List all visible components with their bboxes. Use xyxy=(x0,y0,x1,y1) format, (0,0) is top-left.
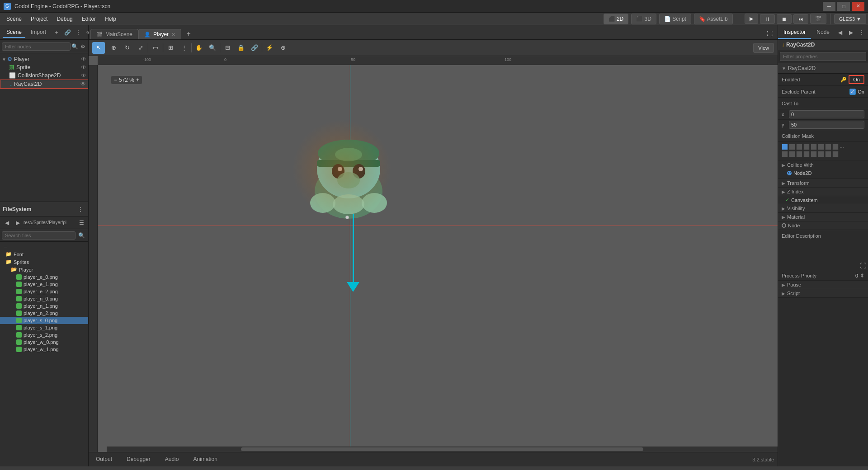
select-tool[interactable]: ↖ xyxy=(92,42,105,54)
move-tool[interactable]: ⊕ xyxy=(107,42,120,54)
fs-item-player-w-1[interactable]: player_w_1.png xyxy=(0,346,88,353)
movie-button[interactable]: 🎬 xyxy=(810,14,826,24)
fs-search-icon[interactable]: 🔍 xyxy=(76,230,86,240)
tab-3d[interactable]: ⬛ 3D xyxy=(631,14,656,24)
pause-section-header[interactable]: ▶ Pause xyxy=(778,281,868,289)
maximize-button[interactable]: □ xyxy=(837,2,850,11)
fs-item-player-s-2[interactable]: player_s_2.png xyxy=(0,331,88,338)
grid-snap-tool[interactable]: ⊟ xyxy=(221,42,234,54)
tree-item-collision[interactable]: ⬜ CollisionShape2D 👁 xyxy=(0,71,88,80)
enabled-value-text[interactable]: On xyxy=(849,75,864,84)
mask-more-indicator[interactable]: … xyxy=(840,144,844,150)
visibility-section-header[interactable]: ▶ Visibility xyxy=(778,204,868,213)
mask-cell-1-7[interactable] xyxy=(825,144,831,150)
fs-item-font[interactable]: 📁 Font xyxy=(0,250,88,258)
fs-item-player-n-1[interactable]: player_n_1.png xyxy=(0,302,88,310)
menu-help[interactable]: Help xyxy=(100,14,121,24)
mask-cell-2-7[interactable] xyxy=(825,151,831,157)
editor-tab-player[interactable]: 👤 Player ✕ xyxy=(138,29,181,39)
fs-item-player-folder[interactable]: 📂 Player xyxy=(0,266,88,273)
minimize-button[interactable]: ─ xyxy=(823,2,835,11)
lock-tool[interactable]: 🔒 xyxy=(235,42,247,54)
inspector-tab-inspector[interactable]: Inspector xyxy=(778,26,811,39)
fs-item-player-s-1[interactable]: player_s_1.png xyxy=(0,324,88,331)
collide-radio-node2d[interactable] xyxy=(787,171,792,175)
material-section-header[interactable]: ▶ Material xyxy=(778,213,868,221)
inspector-back-button[interactable]: ◀ xyxy=(835,28,845,38)
editor-tab-mainscene[interactable]: 🎬 MainScene xyxy=(90,29,138,39)
rotate-tool[interactable]: ↻ xyxy=(121,42,133,54)
transform-section-header[interactable]: ▶ Transform xyxy=(778,179,868,188)
group-tool[interactable]: 🔗 xyxy=(248,42,261,54)
zoom-minus[interactable]: − xyxy=(114,77,117,83)
tree-item-player[interactable]: ▼ ⚙ Player 👁 xyxy=(0,55,88,63)
canvas-scrollbar-horizontal[interactable] xyxy=(107,446,778,452)
cast-y-input[interactable] xyxy=(789,121,864,129)
tab-2d[interactable]: ⬛ 2D xyxy=(604,14,629,24)
menu-scene[interactable]: Scene xyxy=(2,14,26,24)
scene-config-btn[interactable]: ⚙ xyxy=(80,42,87,52)
rect-tool[interactable]: ▭ xyxy=(149,42,162,54)
mask-cell-2-1[interactable] xyxy=(782,151,788,157)
menu-debug[interactable]: Debug xyxy=(52,14,77,24)
stop-button[interactable]: ⏹ xyxy=(777,14,792,24)
cast-x-input[interactable] xyxy=(789,110,864,118)
fs-item-player-e-1[interactable]: player_e_1.png xyxy=(0,281,88,288)
fs-item-player-w-0[interactable]: player_w_0.png xyxy=(0,338,88,346)
process-expand-icon[interactable]: ⬍ xyxy=(860,273,864,279)
fs-item-player-e-2[interactable]: player_e_2.png xyxy=(0,288,88,295)
add-tab-button[interactable]: + xyxy=(183,28,194,39)
tree-item-raycast[interactable]: ↓ RayCast2D 👁 xyxy=(0,80,88,89)
extra-tool[interactable]: ⊕ xyxy=(277,42,289,54)
menu-editor[interactable]: Editor xyxy=(77,14,100,24)
player-visibility-icon[interactable]: 👁 xyxy=(81,56,86,62)
tab-import[interactable]: Import xyxy=(27,27,50,38)
scene-search-input[interactable] xyxy=(2,42,71,51)
menu-project[interactable]: Project xyxy=(26,14,52,24)
fs-forward-button[interactable]: ▶ xyxy=(13,218,23,228)
tab-scene[interactable]: Scene xyxy=(3,27,25,38)
search-icon-btn[interactable]: 🔍 xyxy=(71,42,79,52)
fs-item-player-e-0[interactable]: player_e_0.png xyxy=(0,273,88,281)
bone-tool[interactable]: ⚡ xyxy=(263,42,276,54)
fs-item-sprites[interactable]: 📁 Sprites xyxy=(0,258,88,266)
exclude-parent-checkbox[interactable]: ✓ xyxy=(849,89,856,95)
fs-item-player-n-2[interactable]: player_n_2.png xyxy=(0,310,88,317)
mask-cell-2-4[interactable] xyxy=(803,151,810,157)
fs-item-player-s-0[interactable]: player_s_0.png xyxy=(0,317,88,324)
pause-button[interactable]: ⏸ xyxy=(760,14,775,24)
tree-item-sprite[interactable]: 🖼 Sprite 👁 xyxy=(0,63,88,71)
fs-item-player-n-0[interactable]: player_n_0.png xyxy=(0,295,88,302)
inspector-forward-button[interactable]: ▶ xyxy=(846,28,856,38)
horizontal-scrollbar-thumb[interactable] xyxy=(241,447,643,451)
options-button[interactable]: ⋮ xyxy=(73,28,83,38)
script-section-header[interactable]: ▶ Script xyxy=(778,289,868,298)
mask-cell-2-8[interactable] xyxy=(832,151,839,157)
tab-debugger[interactable]: Debugger xyxy=(123,454,154,465)
pan-tool[interactable]: ✋ xyxy=(193,42,205,54)
inspector-history-button[interactable]: ⋮ xyxy=(857,28,867,38)
link-button[interactable]: 🔗 xyxy=(62,28,72,38)
inspector-raycast-header[interactable]: ▼ RayCast2D xyxy=(778,63,868,74)
fullscreen-button[interactable]: ⛶ xyxy=(763,28,776,39)
tab-output[interactable]: Output xyxy=(92,454,116,465)
mask-cell-2-6[interactable] xyxy=(818,151,824,157)
z-index-section-header[interactable]: ▶ Z Index xyxy=(778,188,868,196)
zoom-tool[interactable]: 🔍 xyxy=(206,42,219,54)
mask-cell-2-5[interactable] xyxy=(811,151,817,157)
mask-cell-1-3[interactable] xyxy=(796,144,802,150)
fs-list-button[interactable]: ☰ xyxy=(76,218,86,228)
mask-cell-1-2[interactable] xyxy=(789,144,795,150)
player-tab-close[interactable]: ✕ xyxy=(171,32,175,38)
mask-cell-1-5[interactable] xyxy=(811,144,817,150)
mask-cell-1-6[interactable] xyxy=(818,144,824,150)
play-button[interactable]: ▶ xyxy=(745,14,758,24)
snap-tool[interactable]: ⋮ xyxy=(178,42,190,54)
renderer-selector[interactable]: GLES3 ▼ xyxy=(834,14,866,24)
collide-with-header[interactable]: ▶ Collide With xyxy=(782,162,864,168)
close-button[interactable]: ✕ xyxy=(852,2,864,11)
collision-visibility-icon[interactable]: 👁 xyxy=(81,72,86,79)
mask-cell-1-1[interactable] xyxy=(782,144,788,150)
inspector-tab-node[interactable]: Node xyxy=(811,26,835,39)
transform-tool[interactable]: ⊞ xyxy=(164,42,177,54)
